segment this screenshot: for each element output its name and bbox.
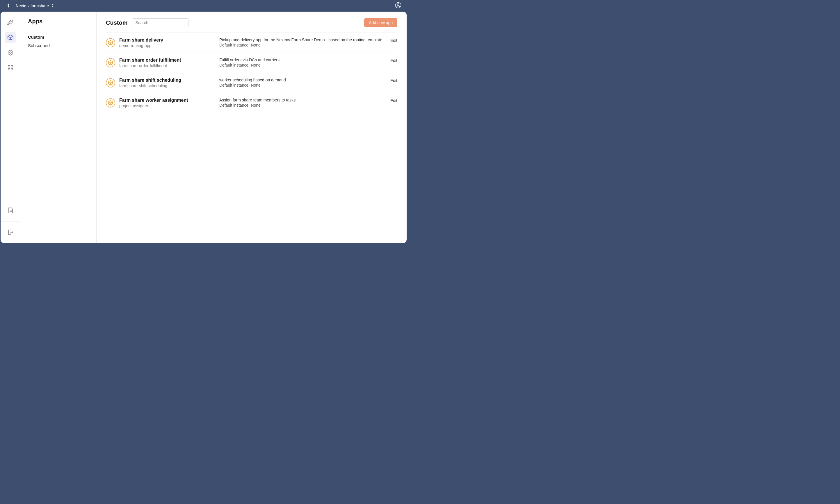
chevron-updown-icon <box>51 3 54 8</box>
app-shell: Apps Custom Subscribed Custom Add new ap… <box>1 12 407 243</box>
app-info: Farm share shift schedulingfarmshare-shi… <box>119 78 215 88</box>
main-header: Custom Add new app <box>106 18 397 27</box>
apps-list: Farm share deliverydemo-routing-appPicku… <box>106 33 397 113</box>
app-name: Farm share order fulfillment <box>119 57 215 63</box>
box-icon <box>106 58 115 68</box>
app-name: Farm share worker assignment <box>119 98 215 103</box>
nav-docs[interactable] <box>5 205 16 216</box>
default-instance-label: Default instance <box>219 63 248 68</box>
iconbar <box>1 12 20 243</box>
subnav-item-subscribed[interactable]: Subscribed <box>28 41 89 50</box>
svg-point-5 <box>11 66 13 67</box>
box-icon <box>106 98 115 108</box>
subnav-item-custom[interactable]: Custom <box>28 33 89 41</box>
app-meta: Default instanceNone <box>219 43 386 47</box>
svg-point-4 <box>8 66 10 67</box>
app-row[interactable]: Farm share worker assignmentproject-assi… <box>106 93 397 113</box>
app-info: Farm share worker assignmentproject-assi… <box>119 98 215 108</box>
app-meta: Default instanceNone <box>219 103 386 108</box>
edit-link[interactable]: Edit <box>390 98 397 103</box>
box-icon <box>106 38 115 47</box>
app-name: Farm share delivery <box>119 37 215 43</box>
default-instance-label: Default instance <box>219 103 248 108</box>
app-meta: Default instanceNone <box>219 83 386 88</box>
svg-point-2 <box>11 21 11 22</box>
app-desc-block: Assign farm share team members to tasksD… <box>219 98 386 108</box>
app-info: Farm share order fulfillmentfarmshare-or… <box>119 57 215 68</box>
box-icon <box>106 78 115 88</box>
subnav-title: Apps <box>28 18 89 25</box>
edit-link[interactable]: Edit <box>390 58 397 63</box>
add-new-app-button[interactable]: Add new app <box>364 18 397 27</box>
svg-point-3 <box>10 52 11 53</box>
default-instance-value: None <box>251 103 260 108</box>
nav-logout[interactable] <box>5 227 16 238</box>
edit-link[interactable]: Edit <box>390 38 397 43</box>
app-id: farmshare-order-fulfillment <box>119 64 215 68</box>
iconbar-separator <box>1 221 20 221</box>
iconbar-bottom <box>1 205 20 238</box>
top-bar: Nextmv farmshare <box>0 0 407 12</box>
page-title: Custom <box>106 19 127 26</box>
app-info: Farm share deliverydemo-routing-app <box>119 37 215 48</box>
svg-point-0 <box>395 2 401 8</box>
default-instance-value: None <box>251 83 260 88</box>
app-description: Pickup and delivery app for the Nextmv F… <box>219 37 386 42</box>
app-row[interactable]: Farm share order fulfillmentfarmshare-or… <box>106 53 397 73</box>
nav-settings[interactable] <box>5 47 16 58</box>
app-id: project-assigner <box>119 104 215 108</box>
main-content: Custom Add new app Farm share deliveryde… <box>97 12 407 243</box>
app-meta: Default instanceNone <box>219 63 386 68</box>
nav-rocket[interactable] <box>5 17 16 28</box>
header-left: Custom <box>106 18 189 27</box>
nav-apps[interactable] <box>5 32 16 43</box>
app-description: Assign farm share team members to tasks <box>219 98 386 102</box>
app-row[interactable]: Farm share shift schedulingfarmshare-shi… <box>106 73 397 93</box>
search-input[interactable] <box>132 18 189 27</box>
app-id: farmshare-shift-scheduling <box>119 84 215 88</box>
app-name: Farm share shift scheduling <box>119 78 215 83</box>
org-name: Nextmv farmshare <box>16 3 49 8</box>
app-id: demo-routing-app <box>119 43 215 48</box>
org-switcher[interactable]: Nextmv farmshare <box>16 3 54 8</box>
svg-point-1 <box>397 4 399 5</box>
app-description: Fulfill orders via DCs and carriers <box>219 57 386 62</box>
default-instance-label: Default instance <box>219 83 248 88</box>
default-instance-value: None <box>251 43 260 47</box>
svg-point-6 <box>8 68 10 70</box>
default-instance-label: Default instance <box>219 43 248 47</box>
default-instance-value: None <box>251 63 260 68</box>
iconbar-top <box>5 17 16 73</box>
logo-icon <box>6 3 11 8</box>
subnav: Apps Custom Subscribed <box>20 12 97 243</box>
app-desc-block: Fulfill orders via DCs and carriersDefau… <box>219 57 386 68</box>
app-row[interactable]: Farm share deliverydemo-routing-appPicku… <box>106 33 397 53</box>
svg-point-7 <box>11 68 13 70</box>
app-desc-block: worker scheduling based on demandDefault… <box>219 78 386 88</box>
top-bar-left: Nextmv farmshare <box>6 3 54 8</box>
app-description: worker scheduling based on demand <box>219 78 386 82</box>
user-avatar-icon[interactable] <box>395 2 401 10</box>
app-desc-block: Pickup and delivery app for the Nextmv F… <box>219 37 386 47</box>
nav-grid[interactable] <box>5 62 16 73</box>
edit-link[interactable]: Edit <box>390 78 397 83</box>
